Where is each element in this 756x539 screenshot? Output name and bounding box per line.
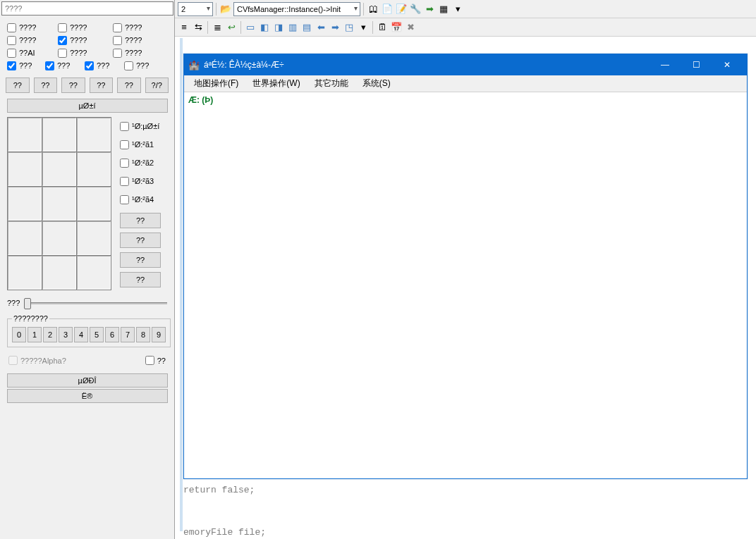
layer-check-3[interactable]: ¹Ø:²ã3 [120,172,169,190]
num-2-button[interactable]: 2 [43,327,57,342]
list-icon[interactable]: ≣ [211,21,224,34]
right-area: 2 📂 CVfsManager::Instance()->Init 🕮 📄 📝 … [175,0,756,539]
menu-world[interactable]: 世界操作(W) [245,75,307,92]
wrap-icon[interactable]: ↩ [225,21,238,34]
calendar-icon-1[interactable]: 🗓 [376,21,389,34]
num-1-button[interactable]: 1 [28,327,42,342]
num-0-button[interactable]: 0 [12,327,26,342]
layer-check-terrain[interactable]: ¹Ø:µØ±í [120,117,169,135]
tb-icon-2[interactable]: 📄 [381,3,394,16]
preview-cell[interactable] [8,256,42,290]
menu-other[interactable]: 其它功能 [307,75,355,92]
check-r1-2[interactable]: ???? [58,23,113,32]
check-r3-3[interactable]: ???? [113,49,162,58]
nav-fwd-icon[interactable]: ➡ [329,21,341,34]
window-icon-2[interactable]: ◧ [258,21,271,34]
window-icon-6[interactable]: ◳ [343,21,355,34]
tb-dropdown-icon[interactable]: ▾ [451,3,464,16]
window-icon-5[interactable]: ▤ [300,21,313,34]
slider-label: ??? [7,299,20,307]
indent-icon[interactable]: ≡ [178,21,190,34]
side-btn-4[interactable]: ?? [120,272,161,287]
menu-system[interactable]: 系统(S) [355,75,398,92]
tb-icon-3[interactable]: 📝 [395,3,408,16]
check-r4-1[interactable]: ??? [7,61,45,70]
check-r2-1[interactable]: ???? [7,36,58,45]
titlebar[interactable]: 🏰 áªÉ½: ÊÀ½ç±à¼­-Æ÷ — ☐ ✕ [184,54,747,75]
calendar-icon-2[interactable]: 📅 [390,21,403,34]
preview-cell[interactable] [77,118,111,151]
preview-cell[interactable] [42,187,76,221]
alpha-check-right[interactable]: ?? [145,356,166,365]
num-8-button[interactable]: 8 [136,327,150,342]
second-toolbar: ≡ ⇆ ≣ ↩ ▭ ◧ ◨ ▥ ▤ ⬅ ➡ ◳ ▾ 🗓 📅 ✖ [175,18,756,37]
terrain2-button[interactable]: µØÐÎ [7,373,168,388]
preview-cell[interactable] [77,152,111,186]
menu-map[interactable]: 地图操作(F) [187,75,245,92]
window-icon-1[interactable]: ▭ [244,21,257,34]
check-r4-3[interactable]: ??? [85,61,124,70]
tb-icon-6[interactable]: ▦ [437,3,450,16]
search-input[interactable] [1,1,173,16]
side-btn-3[interactable]: ?? [120,252,161,268]
check-r2-2[interactable]: ???? [58,36,113,45]
alpha-row: ?????Alpha? ?? [0,349,174,372]
preview-cell[interactable] [77,187,111,221]
check-r4-4[interactable]: ??? [124,61,161,70]
side-btn-1[interactable]: ?? [120,213,161,228]
preview-cell[interactable] [42,256,76,290]
clear-icon[interactable]: ✖ [404,21,417,34]
alpha-check-left[interactable]: ?????Alpha? [8,356,66,365]
tb-icon-4[interactable]: 🔧 [409,3,422,16]
slider-thumb[interactable] [24,298,31,309]
action-btn-2[interactable]: ?? [34,78,58,93]
water-button[interactable]: Ë® [7,389,168,403]
layer-check-2[interactable]: ¹Ø:²ã2 [120,154,169,172]
side-btn-2[interactable]: ?? [120,233,161,248]
preview-cell[interactable] [42,118,76,151]
num-7-button[interactable]: 7 [121,327,135,342]
num-9-button[interactable]: 9 [152,327,166,342]
scale-slider[interactable] [24,296,167,310]
check-r1-1[interactable]: ???? [7,23,58,32]
maximize-button[interactable]: ☐ [681,54,712,75]
preview-cell[interactable] [8,221,42,255]
num-6-button[interactable]: 6 [105,327,119,342]
window-icon-4[interactable]: ▥ [286,21,299,34]
tb-icon-5[interactable]: ➡ [423,3,436,16]
action-btn-1[interactable]: ?? [6,78,30,93]
layer-check-1[interactable]: ¹Ø:²ã1 [120,135,169,154]
check-r4-2[interactable]: ??? [45,61,85,70]
terrain-button[interactable]: µØ±í [7,99,168,113]
action-btn-3[interactable]: ?? [61,78,85,93]
dropdown-icon[interactable]: ▾ [357,21,370,34]
preview-cell[interactable] [8,152,42,186]
action-btn-4[interactable]: ?? [90,78,114,93]
num-3-button[interactable]: 3 [59,327,73,342]
outdent-icon[interactable]: ⇆ [192,21,205,34]
toolbar-divider [216,3,217,16]
check-r1-3[interactable]: ???? [113,23,162,32]
window-icon-3[interactable]: ◨ [272,21,285,34]
tb-icon-1[interactable]: 🕮 [367,3,379,16]
symbol-combo[interactable]: CVfsManager::Instance()->Init [233,2,360,16]
action-btn-5[interactable]: ?? [117,78,141,93]
check-r3-1[interactable]: ??AI [7,49,58,58]
layer-check-4[interactable]: ¹Ø:²ã4 [120,190,169,209]
open-folder-icon[interactable]: 📂 [219,3,232,16]
check-r2-3[interactable]: ???? [113,36,162,45]
action-btn-6[interactable]: ?/? [145,78,169,93]
config-combo[interactable]: 2 [178,2,213,16]
num-5-button[interactable]: 5 [90,327,104,342]
preview-cell[interactable] [77,221,111,255]
preview-cell[interactable] [42,152,76,186]
minimize-button[interactable]: — [650,54,681,75]
check-r3-2[interactable]: ???? [58,49,113,58]
preview-cell[interactable] [8,187,42,221]
nav-back-icon[interactable]: ⬅ [315,21,327,34]
preview-cell[interactable] [8,118,42,151]
preview-cell[interactable] [77,256,111,290]
close-button[interactable]: ✕ [712,54,743,75]
num-4-button[interactable]: 4 [74,327,88,342]
preview-cell[interactable] [42,221,76,255]
